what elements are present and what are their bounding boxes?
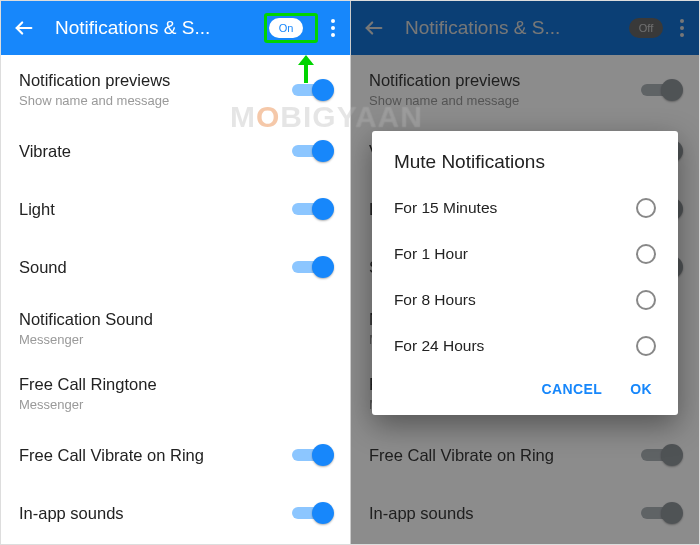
row-title: Sound	[19, 258, 292, 277]
radio-label: For 24 Hours	[394, 337, 636, 355]
row-title: In-app sounds	[19, 504, 292, 523]
mute-option-24-hours[interactable]: For 24 Hours	[394, 323, 656, 369]
master-toggle-on[interactable]: On	[269, 18, 303, 38]
cancel-button[interactable]: CANCEL	[542, 381, 603, 397]
radio-icon	[636, 290, 656, 310]
switch-in-app-sounds[interactable]	[292, 502, 332, 524]
mute-option-15-min[interactable]: For 15 Minutes	[394, 185, 656, 231]
row-notification-sound[interactable]: Notification Sound Messenger	[1, 296, 350, 361]
row-vibrate[interactable]: Vibrate	[1, 122, 350, 180]
radio-icon	[636, 198, 656, 218]
mute-option-1-hour[interactable]: For 1 Hour	[394, 231, 656, 277]
row-title: Notification previews	[19, 71, 292, 90]
dialog-actions: CANCEL OK	[394, 369, 656, 405]
row-title: Free Call Vibrate on Ring	[19, 446, 292, 465]
row-sub: Messenger	[19, 397, 332, 412]
highlight-annotation: On	[264, 13, 318, 43]
overflow-menu-icon[interactable]	[324, 19, 342, 37]
switch-light[interactable]	[292, 198, 332, 220]
left-pane: Notifications & S... On Notification pre…	[1, 1, 350, 544]
right-pane: Notifications & S... Off Notification pr…	[350, 1, 699, 544]
mute-option-8-hours[interactable]: For 8 Hours	[394, 277, 656, 323]
row-sound[interactable]: Sound	[1, 238, 350, 296]
switch-free-call-vibrate[interactable]	[292, 444, 332, 466]
row-free-call-ringtone[interactable]: Free Call Ringtone Messenger	[1, 361, 350, 426]
row-free-call-vibrate[interactable]: Free Call Vibrate on Ring	[1, 426, 350, 484]
settings-list: Notification previews Show name and mess…	[1, 55, 350, 542]
radio-label: For 15 Minutes	[394, 199, 636, 217]
row-title: Notification Sound	[19, 310, 332, 329]
dialog-title: Mute Notifications	[394, 151, 656, 173]
ok-button[interactable]: OK	[630, 381, 652, 397]
row-title: Vibrate	[19, 142, 292, 161]
row-light[interactable]: Light	[1, 180, 350, 238]
switch-vibrate[interactable]	[292, 140, 332, 162]
row-title: Free Call Ringtone	[19, 375, 332, 394]
back-icon[interactable]	[13, 17, 35, 39]
row-notification-previews[interactable]: Notification previews Show name and mess…	[1, 57, 350, 122]
radio-icon	[636, 244, 656, 264]
radio-label: For 8 Hours	[394, 291, 636, 309]
appbar: Notifications & S... On	[1, 1, 350, 55]
row-sub: Show name and message	[19, 93, 292, 108]
radio-label: For 1 Hour	[394, 245, 636, 263]
row-in-app-sounds[interactable]: In-app sounds	[1, 484, 350, 542]
switch-notification-previews[interactable]	[292, 79, 332, 101]
row-sub: Messenger	[19, 332, 332, 347]
row-title: Light	[19, 200, 292, 219]
appbar-title: Notifications & S...	[55, 17, 264, 39]
mute-dialog: Mute Notifications For 15 Minutes For 1 …	[372, 131, 678, 415]
dialog-scrim[interactable]: Mute Notifications For 15 Minutes For 1 …	[351, 1, 699, 544]
radio-icon	[636, 336, 656, 356]
switch-sound[interactable]	[292, 256, 332, 278]
